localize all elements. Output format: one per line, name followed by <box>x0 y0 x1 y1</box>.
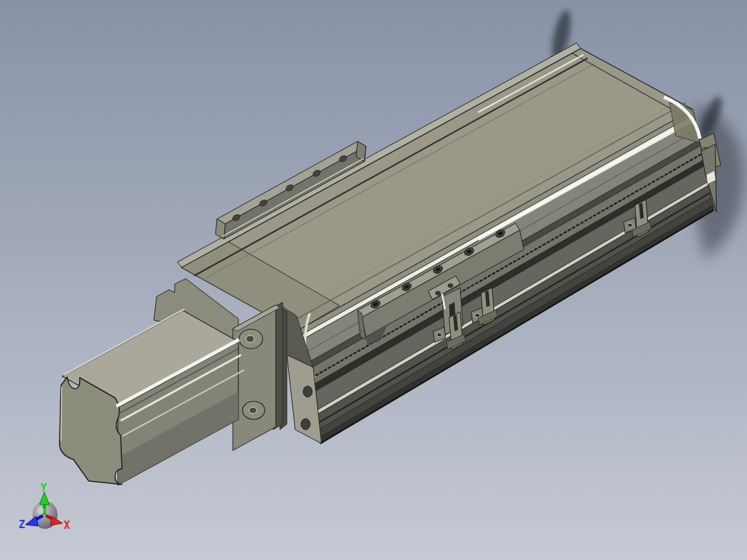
cad-scene[interactable]: Y Z X <box>0 0 747 560</box>
sensor-screw <box>475 313 480 317</box>
flange-ear-hole <box>246 335 254 342</box>
axis-x-label: X <box>64 519 70 532</box>
sphere-specular <box>37 507 45 514</box>
sensor-screw <box>437 333 442 337</box>
mounting-hole <box>301 419 310 430</box>
axis-y-label: Y <box>40 482 46 494</box>
sensor-screw <box>628 223 633 227</box>
cad-viewport[interactable]: Y Z X <box>0 0 747 560</box>
axis-z-label: Z <box>19 518 25 531</box>
mounting-hole <box>304 386 313 397</box>
flange-ear-hole <box>249 408 257 414</box>
motor-flange[interactable] <box>233 302 283 450</box>
